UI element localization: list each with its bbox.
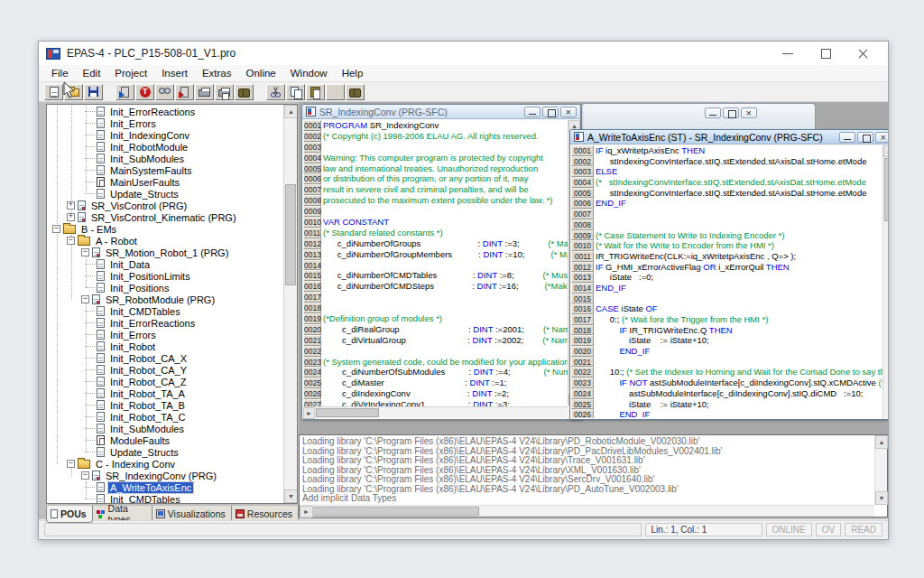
collapse-icon[interactable]: − bbox=[81, 248, 89, 256]
tree-item-sr-viscontrol-prg[interactable]: +SR_VisControl (PRG) bbox=[47, 200, 283, 211]
horizontal-scrollbar[interactable]: ◄ ► bbox=[303, 406, 568, 418]
global-find-button[interactable] bbox=[235, 84, 254, 100]
tree-item-init-robot-ta-c[interactable]: Init_Robot_TA_C bbox=[47, 411, 283, 423]
login-button[interactable] bbox=[116, 84, 134, 100]
maximize-icon[interactable] bbox=[723, 107, 739, 118]
find-button[interactable] bbox=[326, 84, 345, 100]
menu-extras[interactable]: Extras bbox=[195, 66, 239, 80]
tree-item-init-robot-ca-z[interactable]: Init_Robot_CA_Z bbox=[47, 376, 283, 387]
scroll-up-icon[interactable]: ▲ bbox=[284, 105, 298, 118]
tree-item-init-submodules[interactable]: Init_SubModules bbox=[47, 423, 283, 434]
find-next-button[interactable] bbox=[346, 84, 365, 100]
tree-item-init-submodules[interactable]: Init_SubModules bbox=[47, 153, 283, 164]
log-vertical-scrollbar[interactable]: ▲ ▼ bbox=[874, 435, 887, 505]
maximize-icon[interactable] bbox=[819, 48, 832, 59]
stop-button[interactable] bbox=[135, 84, 154, 100]
tree-item-mainuserfaults[interactable]: MainUserFaults bbox=[47, 176, 283, 188]
collapse-icon[interactable]: − bbox=[67, 460, 75, 468]
close-icon[interactable] bbox=[560, 107, 577, 117]
collapse-icon[interactable]: − bbox=[67, 237, 75, 245]
menu-file[interactable]: File bbox=[44, 66, 76, 80]
cut-button[interactable] bbox=[266, 84, 285, 100]
tree-item-sr-indexingconv-prg[interactable]: −SR_IndexingConv (PRG) bbox=[47, 470, 283, 481]
tree-vertical-scrollbar[interactable]: ▲ ▼ bbox=[283, 105, 297, 503]
open-file-button[interactable] bbox=[64, 84, 83, 100]
tree-item-init-data[interactable]: Init_Data bbox=[47, 258, 283, 270]
save-button[interactable] bbox=[84, 84, 103, 100]
tree-item-init-errors[interactable]: Init_Errors bbox=[47, 329, 283, 340]
code-editor[interactable]: 0001IF iq_xWritetpAxisEnc THEN0002 stInd… bbox=[571, 145, 886, 418]
scroll-down-icon[interactable]: ▼ bbox=[875, 491, 888, 505]
maximize-icon[interactable] bbox=[542, 107, 559, 117]
menu-insert[interactable]: Insert bbox=[154, 66, 195, 80]
tree-item-update-structs[interactable]: Update_Structs bbox=[47, 188, 283, 200]
tree-item-a-robot[interactable]: −A - Robot bbox=[47, 235, 283, 247]
tree-item-init-cmdtables[interactable]: Init_CMDTables bbox=[47, 305, 283, 317]
minimize-icon[interactable] bbox=[524, 107, 541, 117]
collapse-icon[interactable]: − bbox=[81, 471, 89, 480]
message-log[interactable]: Loading library 'C:\Program Files (x86)\… bbox=[300, 436, 873, 504]
tree-item-init-errors[interactable]: Init_Errors bbox=[47, 117, 283, 129]
tree-item-mainsystemfaults[interactable]: MainSystemFaults bbox=[47, 164, 283, 176]
tree-item-sr-viscontrol-kinematic-prg[interactable]: +SR_VisControl_Kinematic (PRG) bbox=[47, 211, 283, 223]
tab-pous[interactable]: POUs bbox=[46, 506, 93, 523]
minimize-icon[interactable] bbox=[839, 132, 855, 143]
scroll-up-icon[interactable]: ▲ bbox=[883, 145, 888, 157]
close-icon[interactable] bbox=[741, 107, 757, 118]
tree-item-init-cmdtables[interactable]: Init_CMDTables bbox=[47, 493, 283, 503]
tree-item-a-writetoaxisenc[interactable]: A_WriteToAxisEnc bbox=[47, 481, 283, 493]
expand-icon[interactable]: + bbox=[67, 201, 75, 210]
tree-item-init-robot-ca-x[interactable]: Init_Robot_CA_X bbox=[47, 352, 283, 364]
menu-edit[interactable]: Edit bbox=[76, 66, 108, 80]
copy-button[interactable] bbox=[286, 84, 305, 100]
new-file-button[interactable] bbox=[44, 84, 63, 100]
print-button[interactable] bbox=[195, 84, 214, 100]
tree-item-modulefaults[interactable]: ModuleFaults bbox=[47, 434, 283, 446]
tree-item-init-errorreactions[interactable]: Init_ErrorReactions bbox=[47, 106, 283, 117]
menu-online[interactable]: Online bbox=[239, 66, 283, 80]
collapse-icon[interactable]: − bbox=[52, 225, 60, 233]
scroll-right-icon[interactable]: ► bbox=[303, 407, 315, 419]
tree-item-init-robot-ta-a[interactable]: Init_Robot_TA_A bbox=[47, 387, 283, 399]
tree-item-sr-robotmodule-prg[interactable]: −SR_RobotModule (PRG) bbox=[47, 294, 283, 305]
window-titlebar[interactable]: A_WriteToAxisEnc (ST) - SR_IndexingConv … bbox=[570, 130, 888, 144]
scroll-down-icon[interactable]: ▼ bbox=[284, 489, 298, 503]
tree-item-update-structs[interactable]: Update_Structs bbox=[47, 446, 283, 458]
close-icon[interactable] bbox=[875, 132, 888, 143]
code-editor[interactable]: 0001PROGRAM SR_IndexingConv0002(* Copyri… bbox=[303, 120, 568, 406]
tree-item-c-indexing-conv[interactable]: −C - Indexing Conv bbox=[47, 458, 283, 470]
logout-button[interactable] bbox=[175, 84, 194, 100]
tree-item-init-robot-ca-y[interactable]: Init_Robot_CA_Y bbox=[47, 364, 283, 376]
menu-project[interactable]: Project bbox=[107, 66, 154, 80]
tree-item-init-errorreactions[interactable]: Init_ErrorReactions bbox=[47, 317, 283, 329]
minimize-icon[interactable] bbox=[705, 107, 721, 118]
tree-item-b-ems[interactable]: −B - EMs bbox=[47, 223, 283, 235]
window-titlebar[interactable]: SR_IndexingConv (PRG-SFC) bbox=[302, 105, 580, 119]
monitoring-button[interactable] bbox=[155, 84, 174, 100]
scrollbar-thumb[interactable] bbox=[316, 408, 379, 417]
paste-button[interactable] bbox=[306, 84, 325, 100]
scrollbar-thumb[interactable] bbox=[285, 184, 296, 285]
tree-item-init-positionlimits[interactable]: Init_PositionLimits bbox=[47, 270, 283, 282]
close-icon[interactable] bbox=[857, 48, 870, 59]
tree-item-init-positions[interactable]: Init_Positions bbox=[47, 282, 283, 294]
tree-item-init-robot-ta-b[interactable]: Init_Robot_TA_B bbox=[47, 399, 283, 411]
scroll-right-icon[interactable]: ► bbox=[300, 506, 313, 517]
tree-item-init-robot[interactable]: Init_Robot bbox=[47, 340, 283, 352]
scrollbar-thumb[interactable] bbox=[312, 507, 479, 516]
tree-item-init-indexingconv[interactable]: Init_IndexingConv bbox=[47, 129, 283, 141]
menu-window[interactable]: Window bbox=[283, 66, 335, 80]
minimize-icon[interactable] bbox=[781, 48, 794, 59]
tree-item-label: Init_PositionLimits bbox=[108, 271, 192, 282]
maximize-icon[interactable] bbox=[857, 132, 873, 143]
scrollbar-thumb[interactable] bbox=[884, 158, 888, 221]
tree-item-sr-motion-robot-1-prg[interactable]: −SR_Motion_Robot_1 (PRG) bbox=[47, 247, 283, 258]
expand-icon[interactable]: + bbox=[67, 213, 75, 221]
log-horizontal-scrollbar[interactable]: ◄ ► bbox=[300, 505, 874, 517]
scroll-up-icon[interactable]: ▲ bbox=[875, 435, 888, 449]
tree-item-init-robotmodule[interactable]: Init_RobotModule bbox=[47, 141, 283, 153]
vertical-scrollbar[interactable]: ▲ bbox=[882, 145, 888, 418]
collapse-icon[interactable]: − bbox=[81, 295, 89, 303]
print-preview-button[interactable] bbox=[215, 84, 234, 100]
menu-help[interactable]: Help bbox=[335, 66, 371, 80]
